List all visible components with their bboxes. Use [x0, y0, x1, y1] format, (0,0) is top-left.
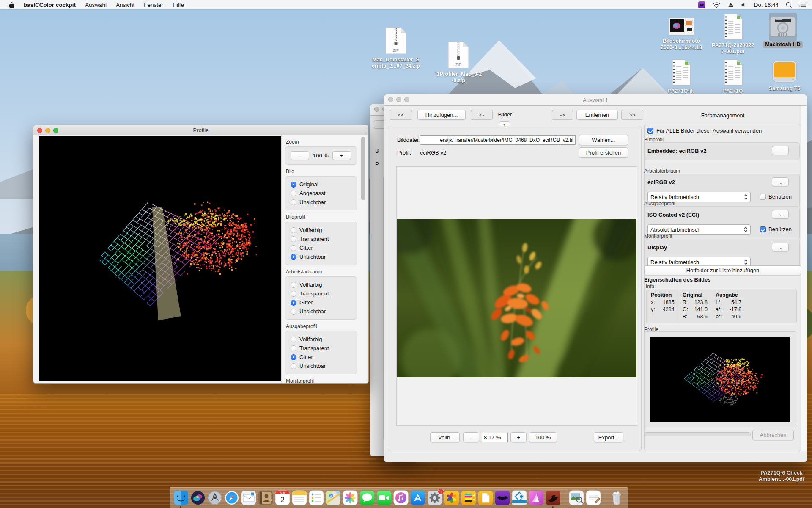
radio-option-transparent[interactable]: Transparent [291, 235, 357, 243]
radio-option-unsichtbar[interactable]: Unsichtbar [291, 307, 357, 316]
desktop-icon-pdf1[interactable]: PA271Q-20200227-001.pdf [705, 14, 760, 55]
dock-system-preferences-icon[interactable]: 1 [428, 491, 442, 505]
viewer-zoom-in-button[interactable]: + [510, 432, 527, 442]
window-scrollbar[interactable] [801, 106, 807, 451]
dock-textedit-icon[interactable] [586, 491, 601, 505]
abbrechen-button[interactable]: Abbrechen [752, 430, 794, 440]
benutzen-row[interactable]: Benützen [760, 226, 792, 232]
choose-profile-button[interactable]: ... [772, 243, 789, 251]
export-button[interactable]: Export... [594, 432, 623, 442]
add-images-button[interactable]: Hinzufügen... [417, 110, 466, 120]
dock-bird-red-app-icon[interactable] [546, 491, 560, 505]
dock-mail-icon[interactable] [241, 491, 256, 505]
photo-crocosmia[interactable] [397, 219, 636, 377]
menu-hilfe[interactable]: Hilfe [173, 2, 184, 8]
radio-option-gitter[interactable]: Gitter [291, 243, 357, 252]
choose-profile-button[interactable]: ... [772, 210, 789, 219]
desktop-icon-t5[interactable]: Samsung T5 [757, 60, 812, 92]
dock-photos-icon[interactable] [343, 491, 357, 505]
desktop-icon-pdf3[interactable]: PA271Q [705, 59, 760, 94]
dock-facetime-icon[interactable] [377, 491, 391, 505]
radio-option-original[interactable]: Original [291, 180, 357, 189]
profile-window[interactable]: Profile Zoom - 100 % + BildOriginalAngep… [33, 125, 369, 384]
hotfolder-button[interactable]: Hotfolder zur Liste hinzufügen [644, 265, 801, 275]
dock-contacts-icon[interactable] [258, 491, 273, 505]
eject-icon[interactable] [728, 2, 734, 8]
remove-image-button[interactable]: Entfernen [576, 110, 618, 120]
zoom-in-button[interactable]: + [332, 151, 351, 160]
menu-ansicht[interactable]: Ansicht [116, 2, 134, 8]
dock-siri-icon[interactable] [191, 491, 205, 505]
dock-color-separation-app-icon[interactable] [461, 491, 476, 505]
radio-option-transparent[interactable]: Transparent [291, 344, 357, 353]
radio-option-unsichtbar[interactable]: Unsichtbar [291, 362, 357, 370]
dock-color-pinwheel-app-icon[interactable] [444, 491, 459, 505]
desktop-icon-pdf2[interactable]: PA271Q-jk [653, 59, 708, 94]
dock-trash-icon[interactable] [609, 491, 624, 505]
choose-profile-button[interactable]: ... [772, 146, 789, 155]
volume-icon[interactable] [741, 2, 746, 8]
benutzen-checkbox[interactable] [760, 194, 766, 200]
radio-option-vollfarbig[interactable]: Vollfarbig [291, 226, 357, 235]
benutzen-checkbox[interactable] [760, 226, 766, 232]
zoom-window-icon[interactable] [53, 128, 58, 133]
viewer-zoom-field[interactable]: 8.17 % [482, 433, 508, 442]
use-all-row[interactable]: Für ALLE Bilder dieser Auswahl verwenden [647, 127, 762, 134]
dock-launchpad-icon[interactable] [208, 491, 222, 505]
create-profile-button[interactable]: Profil erstellen [579, 147, 628, 158]
dock-bat-purple-app-icon[interactable] [495, 491, 510, 505]
desktop-icon-zip1[interactable]: ZIPMac_Uninstaller_Scripts_2...07_24.zip [368, 27, 423, 69]
auswahl-titlebar[interactable]: Auswahl 1 [384, 94, 807, 106]
choose-file-button[interactable]: Wählen... [579, 135, 628, 145]
desktop-icon-shot[interactable]: Bildschirmfoto2020-0...16.44.18 [654, 18, 709, 51]
apple-menu-icon[interactable] [8, 1, 14, 8]
first-image-button[interactable]: << [390, 110, 412, 120]
menu-fenster[interactable]: Fenster [144, 2, 163, 8]
menu-app-name[interactable]: basICColor cockpit [24, 2, 76, 8]
benutzen-row[interactable]: Benützen [760, 193, 792, 200]
dock-itunes-icon[interactable] [394, 491, 408, 505]
radio-option-angepasst[interactable]: Angepasst [291, 189, 357, 198]
radio-option-unsichtbar[interactable]: Unsichtbar [291, 252, 357, 261]
viewer-zoom-out-button[interactable]: - [463, 432, 479, 442]
radio-option-gitter[interactable]: Gitter [291, 298, 357, 307]
dock-finder-icon[interactable] [174, 491, 188, 505]
bilddatei-path-field[interactable]: ers/jk/Transfer/Musterbilder/IMG_0468_Dx… [420, 135, 576, 145]
desktop-icon-hd[interactable]: Macintosh HD [755, 13, 810, 48]
wifi-icon[interactable] [713, 2, 721, 8]
minimize-icon[interactable] [396, 97, 401, 102]
choose-profile-button[interactable]: ... [772, 177, 789, 186]
dock-calendar-icon[interactable]: APR2 [275, 491, 290, 505]
gamut-3d-view[interactable] [39, 136, 281, 381]
zoom-out-button[interactable]: - [291, 151, 309, 160]
fullscreen-button[interactable]: Vollb. [430, 432, 460, 442]
dock-display-calibration-app-icon[interactable] [512, 491, 527, 505]
use-all-checkbox[interactable] [647, 128, 653, 134]
notification-center-icon[interactable] [799, 2, 806, 8]
next-image-button[interactable]: -> [552, 110, 573, 120]
profile-titlebar[interactable]: Profile [33, 125, 368, 135]
bat-statusbar-icon[interactable] [698, 1, 705, 8]
close-icon[interactable] [374, 107, 379, 112]
radio-option-vollfarbig[interactable]: Vollfarbig [291, 280, 357, 289]
spotlight-icon[interactable] [786, 2, 792, 8]
dock-preview-icon[interactable] [569, 491, 584, 505]
close-icon[interactable] [388, 97, 393, 102]
dock-reminders-icon[interactable] [309, 491, 324, 505]
auswahl-window[interactable]: Auswahl 1 << Hinzufügen... <- Bilder 1 -… [384, 94, 807, 462]
menu-clock[interactable]: Do. 16:44 [754, 2, 779, 8]
radio-option-gitter[interactable]: Gitter [291, 353, 357, 362]
dock-safari-icon[interactable] [225, 491, 239, 505]
profile-gamut-thumbnail[interactable] [650, 337, 790, 422]
dock-affinity-photo-icon[interactable] [529, 491, 543, 505]
dock-messages-icon[interactable] [360, 491, 374, 505]
menu-auswahl[interactable]: Auswahl [85, 2, 107, 8]
desktop-icon-pdfcorner[interactable]: PA271Q-6 CheckAmbient...-001.pdf [754, 461, 809, 483]
radio-option-transparent[interactable]: Transparent [291, 289, 357, 298]
dock-app-store-icon[interactable] [411, 491, 425, 505]
radio-option-vollfarbig[interactable]: Vollfarbig [291, 335, 357, 344]
dock-maps-icon[interactable]: A [326, 491, 340, 505]
last-image-button[interactable]: >> [621, 110, 643, 120]
panel-scrollbar[interactable] [361, 137, 365, 200]
dock-paper-document-app-icon[interactable] [478, 491, 493, 505]
